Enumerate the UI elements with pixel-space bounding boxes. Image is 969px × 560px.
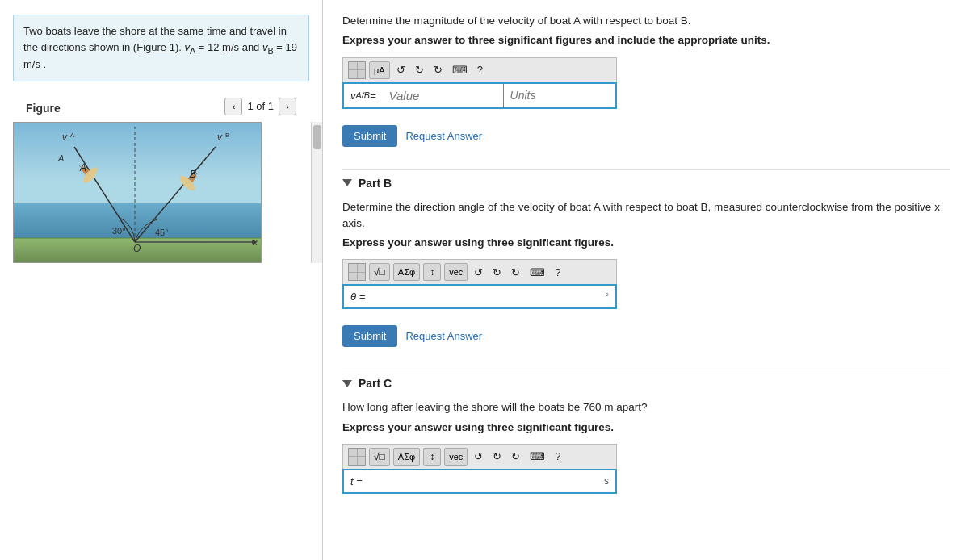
- refresh-icon-a[interactable]: ↻: [430, 62, 446, 77]
- matrix-button-b[interactable]: ↕: [423, 263, 441, 281]
- figure-nav-text: 1 of 1: [247, 100, 274, 112]
- request-answer-b[interactable]: Request Answer: [405, 330, 482, 342]
- figure-nav: ‹ 1 of 1 ›: [212, 94, 309, 119]
- toolbar-a: μA ↺ ↻ ↻ ⌨ ?: [342, 57, 617, 82]
- submit-button-b[interactable]: Submit: [342, 325, 397, 347]
- btn-row-a: Submit Request Answer: [342, 117, 950, 147]
- keyboard-icon-c[interactable]: ⌨: [526, 449, 548, 464]
- undo-icon-b[interactable]: ↺: [471, 265, 486, 280]
- s-label: s: [598, 470, 615, 491]
- part-c-triangle: [342, 380, 352, 387]
- answer-box-a: vA/B =: [342, 82, 617, 109]
- value-input-a[interactable]: [383, 84, 504, 107]
- undo-icon-a[interactable]: ↺: [393, 62, 409, 77]
- sigma-button-b[interactable]: AΣφ: [393, 263, 420, 281]
- toolbar-b: √□ AΣφ ↕ vec ↺ ↻ ↻ ⌨ ?: [342, 259, 617, 284]
- va-label: vA/B =: [344, 84, 383, 107]
- part-c-instruction1: How long after leaving the shore will th…: [342, 399, 950, 416]
- help-icon-b[interactable]: ?: [552, 265, 564, 280]
- submit-button-a[interactable]: Submit: [342, 125, 397, 147]
- part-c-content: How long after leaving the shore will th…: [342, 395, 950, 502]
- svg-text:B: B: [225, 132, 229, 139]
- help-icon-a[interactable]: ?: [474, 62, 486, 77]
- svg-text:A: A: [57, 153, 64, 163]
- svg-text:45°: 45°: [155, 228, 169, 237]
- redo-icon-a[interactable]: ↻: [412, 62, 427, 77]
- matrix-button-c[interactable]: ↕: [423, 448, 441, 466]
- svg-text:B: B: [190, 169, 196, 180]
- figure-svg: O x v A 30°: [14, 123, 262, 263]
- left-panel: Two boats leave the shore at the same ti…: [0, 0, 323, 560]
- sigma-button-c[interactable]: AΣφ: [393, 448, 420, 466]
- svg-text:A: A: [79, 162, 86, 173]
- help-icon-c[interactable]: ?: [552, 449, 564, 464]
- theta-label: θ =: [344, 286, 371, 307]
- redo-icon-b[interactable]: ↻: [489, 265, 505, 280]
- sqrt-button-c[interactable]: √□: [369, 448, 390, 466]
- part-b-header[interactable]: Part B: [342, 169, 950, 194]
- svg-text:O: O: [133, 243, 141, 254]
- part-c-header[interactable]: Part C: [342, 370, 950, 395]
- keyboard-icon-b[interactable]: ⌨: [526, 265, 548, 280]
- part-a-instruction2: Express your answer to three significant…: [342, 32, 950, 48]
- btn-row-b: Submit Request Answer: [342, 317, 950, 347]
- part-a-instruction1: Determine the magnitude of the velocity …: [342, 13, 950, 29]
- part-b-section: Part B Determine the direction angle of …: [342, 169, 950, 356]
- part-b-triangle: [342, 179, 352, 186]
- units-input-a[interactable]: [504, 84, 593, 107]
- part-c-instruction2: Express your answer using three signific…: [342, 420, 950, 436]
- refresh-icon-c[interactable]: ↻: [508, 449, 523, 464]
- scrollbar[interactable]: [311, 122, 322, 263]
- vec-button-b[interactable]: vec: [444, 263, 468, 281]
- part-a-content: Determine the magnitude of the velocity …: [342, 8, 950, 155]
- toolbar-c: √□ AΣφ ↕ vec ↺ ↻ ↻ ⌨ ?: [342, 444, 617, 469]
- figure-label: Figure: [13, 95, 73, 118]
- svg-text:v: v: [217, 132, 223, 143]
- sqrt-button-b[interactable]: √□: [369, 263, 390, 281]
- next-figure-button[interactable]: ›: [279, 98, 296, 115]
- mu-button-a[interactable]: μA: [369, 61, 390, 79]
- answer-row-b: θ = °: [344, 286, 615, 307]
- theta-input[interactable]: [371, 286, 598, 307]
- prev-figure-button[interactable]: ‹: [224, 98, 242, 115]
- figure-link[interactable]: Figure 1: [136, 41, 175, 53]
- t-label: t =: [344, 470, 369, 492]
- undo-icon-c[interactable]: ↺: [471, 449, 486, 464]
- keyboard-icon-a[interactable]: ⌨: [449, 62, 471, 77]
- problem-text-line1: Two boats leave the shore at the same ti…: [23, 25, 297, 70]
- answer-box-b: θ = °: [342, 284, 617, 309]
- grid-icon-b[interactable]: [348, 263, 366, 281]
- right-panel: Determine the magnitude of the velocity …: [323, 0, 969, 560]
- figure-image: O x v A 30°: [13, 122, 262, 263]
- part-c-section: Part C How long after leaving the shore …: [342, 370, 950, 502]
- part-b-instruction2: Express your answer using three signific…: [342, 235, 950, 251]
- answer-row-c: t = s: [344, 470, 615, 492]
- svg-text:30°: 30°: [112, 226, 126, 236]
- svg-text:x: x: [252, 237, 258, 247]
- problem-statement: Two boats leave the shore at the same ti…: [13, 15, 309, 81]
- part-a-section: Determine the magnitude of the velocity …: [342, 8, 950, 155]
- grid-icon-c[interactable]: [348, 448, 366, 466]
- refresh-icon-b[interactable]: ↻: [508, 265, 523, 280]
- degree-label: °: [598, 286, 615, 307]
- part-b-content: Determine the direction angle of the vel…: [342, 194, 950, 356]
- svg-rect-1: [14, 203, 262, 240]
- part-b-instruction1: Determine the direction angle of the vel…: [342, 199, 950, 232]
- vec-button-c[interactable]: vec: [444, 448, 468, 466]
- svg-text:A: A: [70, 132, 75, 139]
- part-b-label: Part B: [359, 177, 392, 190]
- grid-icon[interactable]: [348, 61, 366, 79]
- scroll-thumb: [313, 125, 321, 149]
- t-input[interactable]: [369, 470, 598, 492]
- redo-icon-c[interactable]: ↻: [489, 449, 505, 464]
- answer-box-c: t = s: [342, 469, 617, 494]
- part-c-label: Part C: [359, 377, 392, 390]
- svg-text:v: v: [62, 132, 68, 143]
- request-answer-a[interactable]: Request Answer: [405, 130, 482, 142]
